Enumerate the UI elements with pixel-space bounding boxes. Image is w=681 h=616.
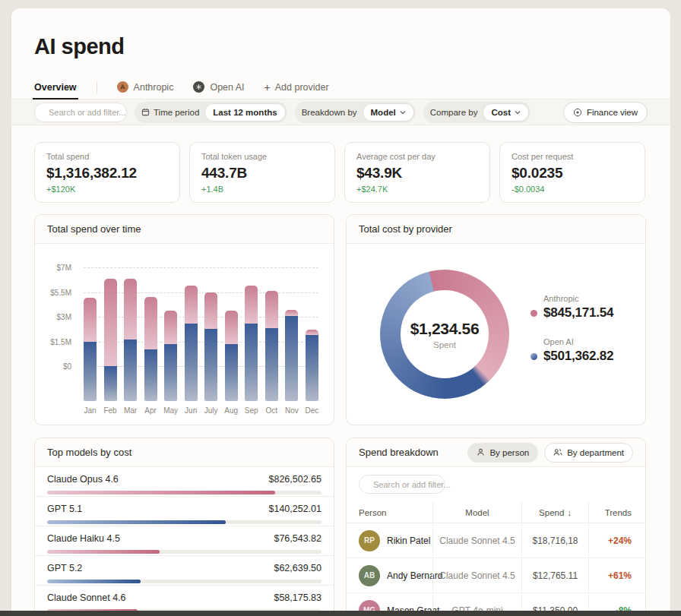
model-row[interactable]: GPT 5.1$140,252.01 [35, 497, 334, 526]
model-bar-fill [47, 491, 275, 494]
tab-overview[interactable]: Overview [34, 75, 77, 99]
y-tick: $1.5M [50, 337, 71, 346]
add-provider-button[interactable]: + Add provider [264, 75, 329, 99]
tab-anthropic-label: Anthropic [134, 82, 174, 93]
model-name: Claude Haiku 4.5 [47, 533, 120, 544]
cell-model: Claude Sonnet 4.5 [439, 535, 515, 546]
bar-mar[interactable] [124, 279, 137, 401]
bar-aug[interactable] [225, 311, 238, 401]
model-cost: $76,543.82 [274, 533, 321, 544]
chart-title: Top models by cost [47, 447, 131, 458]
legend-label: Anthropic [543, 294, 613, 303]
kpi-total-spend: Total spend $1,316,382.12 +$120K [34, 142, 180, 203]
search-placeholder: Search or add filter... [49, 108, 126, 117]
model-name: GPT 5.2 [47, 563, 82, 573]
kpi-value: 443.7B [201, 165, 323, 182]
search-placeholder: Search or add filter... [373, 480, 451, 489]
bar-nov[interactable] [285, 310, 298, 401]
kpi-delta: +$120K [46, 185, 168, 194]
chart-title: Total spend over time [47, 223, 141, 235]
provider-donut-chart[interactable]: $1,234.56 Spent [380, 270, 509, 399]
bar-jun[interactable] [185, 286, 198, 401]
legend-value: $501,362.82 [543, 349, 613, 364]
donut-legend: Anthropic $845,171.54 Open AI [531, 294, 613, 364]
people-icon [553, 448, 562, 456]
bar-feb[interactable] [104, 279, 117, 401]
donut-center: $1,234.56 Spent [401, 290, 489, 378]
bottom-row: Top models by cost Claude Opus 4.6$826,5… [34, 438, 648, 616]
openai-dot-icon [531, 353, 537, 360]
model-row[interactable]: Claude Opus 4.6$826,502.65 [35, 467, 334, 497]
bar-apr[interactable] [144, 297, 157, 401]
column-model: Model [432, 502, 521, 523]
tab-bar: Overview Anthropic Open AI + Add provide… [11, 75, 670, 99]
model-row[interactable]: Claude Haiku 4.5$76,543.82 [35, 526, 334, 556]
kpi-label: Average cost per day [356, 152, 478, 161]
person-name: Rikin Patel [387, 535, 430, 546]
page-title: AI spend [34, 34, 648, 59]
cell-spend: $18,716,18 [532, 535, 578, 546]
kpi-label: Cost per request [512, 152, 633, 161]
model-cost: $826,502.65 [268, 474, 321, 485]
content-area: Total spend $1,316,382.12 +$120K Total t… [11, 125, 670, 616]
bar-dec[interactable] [306, 330, 318, 401]
bar-jan[interactable] [84, 298, 97, 401]
x-label: July [204, 406, 217, 415]
table-header: Person Model Spend ↓ Trends [347, 502, 645, 523]
bar-sep[interactable] [245, 286, 258, 401]
x-label: Apr [144, 406, 157, 415]
breakdown-filter[interactable]: Breakdown by Model [295, 102, 416, 123]
donut-center-label: Spent [433, 340, 456, 349]
time-period-filter[interactable]: Time period Last 12 months [135, 102, 287, 123]
compare-label: Compare by [430, 108, 478, 117]
table-row[interactable]: AB Andy Bernard Claude Sonnet 4.5 $12,76… [347, 558, 645, 593]
breakdown-toggles: By person By department [467, 443, 633, 463]
model-cost: $62,639.50 [274, 563, 321, 573]
breakdown-label: Breakdown by [302, 108, 357, 117]
cell-spend: $12,765.11 [533, 570, 578, 581]
bar-oct[interactable] [265, 291, 278, 401]
x-label: Mar [124, 406, 137, 415]
kpi-avg-cost-per-day: Average cost per day $43.9K +$24.7K [344, 142, 490, 203]
legend-anthropic: Anthropic $845,171.54 [531, 294, 613, 321]
kpi-cost-per-request: Cost per request $0.0235 -$0.0034 [499, 142, 645, 203]
table-row[interactable]: RP Rikin Patel Claude Sonnet 4.5 $18,716… [347, 523, 645, 558]
top-models-card: Top models by cost Claude Opus 4.6$826,5… [34, 438, 334, 616]
x-label: Sep [245, 406, 258, 415]
x-axis: JanFebMarAprMayJunJulyAugSepOctNovDec [84, 406, 318, 415]
donut-center-value: $1,234.56 [410, 320, 480, 338]
cost-by-provider-card: Total cost by provider $1,234.56 Spent A… [346, 214, 646, 425]
kpi-value: $1,316,382.12 [46, 165, 168, 182]
y-tick: $3M [57, 313, 71, 321]
tab-openai[interactable]: Open AI [193, 75, 244, 99]
model-row[interactable]: GPT 5.2$62,639.50 [35, 556, 334, 586]
column-spend-label: Spend [539, 508, 564, 517]
model-bar-fill [47, 520, 226, 524]
tab-anthropic[interactable]: Anthropic [117, 75, 174, 99]
finance-view-button[interactable]: Finance view [563, 102, 648, 123]
by-department-toggle[interactable]: By department [544, 443, 633, 463]
model-name: Claude Sonnet 4.6 [47, 592, 126, 603]
anthropic-dot-icon [531, 310, 537, 317]
kpi-delta: +$24.7K [356, 185, 478, 194]
person-icon [477, 448, 485, 456]
search-input[interactable]: Search or add filter... [34, 103, 127, 122]
breakdown-search-input[interactable]: Search or add filter... [359, 475, 445, 494]
tab-divider [97, 81, 97, 93]
column-spend-sort[interactable]: Spend ↓ [521, 502, 588, 523]
add-provider-label: Add provider [275, 82, 329, 93]
by-person-toggle[interactable]: By person [467, 443, 538, 463]
plus-icon: + [264, 81, 271, 93]
spend-table: Person Model Spend ↓ Trends RP Rikin [347, 502, 645, 616]
compare-filter[interactable]: Compare by Cost [423, 102, 531, 123]
bar-july[interactable] [204, 292, 217, 402]
bar-may[interactable] [164, 311, 177, 401]
tab-openai-label: Open AI [210, 82, 244, 93]
y-tick: $7M [57, 264, 71, 272]
cell-model: Claude Sonnet 4.5 [439, 570, 515, 581]
stacked-bar-chart: $7M $5.5M $3M $1.5M $0 [35, 244, 334, 425]
chart-title: Total cost by provider [359, 223, 452, 235]
charts-row: Total spend over time $7M $5.5M $3M $1.5… [34, 214, 648, 425]
spend-breakdown-card: Spend breakdown By person By department [346, 438, 646, 616]
x-label: Dec [306, 406, 318, 415]
